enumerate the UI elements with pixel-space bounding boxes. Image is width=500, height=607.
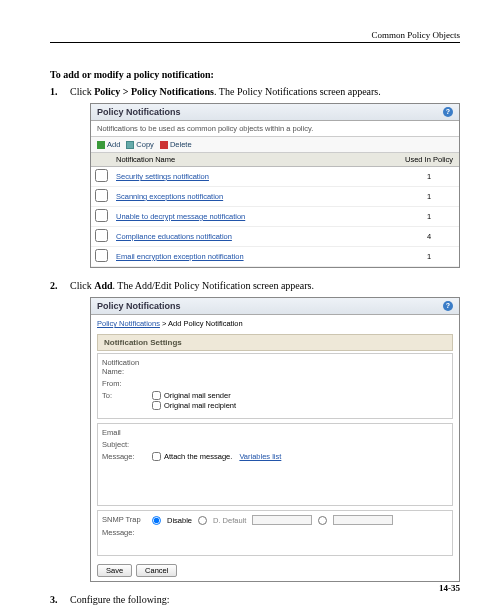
step-3: Configure the following: [50, 594, 460, 605]
notification-link[interactable]: Email encryption exception notification [112, 247, 399, 267]
table-row: Unable to decrypt message notification 1 [91, 207, 459, 227]
snmp-input[interactable] [333, 515, 393, 525]
cancel-button[interactable]: Cancel [136, 564, 177, 577]
row-checkbox[interactable] [95, 229, 108, 242]
label-message: Message: [102, 452, 152, 461]
table-row: Compliance educations notification 4 [91, 227, 459, 247]
label-name: Notification Name: [102, 358, 152, 376]
col-used: Used In Policy [399, 153, 459, 167]
panel-title: Policy Notifications ? [91, 104, 459, 121]
breadcrumb-current: Add Policy Notification [168, 319, 243, 328]
copy-button[interactable]: Copy [126, 140, 154, 149]
notification-settings-header: Notification Settings [97, 334, 453, 351]
help-icon[interactable]: ? [443, 301, 453, 311]
snmp-custom-radio[interactable] [318, 516, 327, 525]
label-email: Email [102, 428, 152, 437]
form-block-snmp: SNMP Trap Disable D. Default Message: [97, 510, 453, 556]
policy-notifications-panel: Policy Notifications ? Notifications to … [90, 103, 460, 268]
page-header: Common Policy Objects [50, 30, 460, 43]
variables-list-link[interactable]: Variables list [239, 452, 281, 461]
label-to: To: [102, 391, 152, 400]
delete-button[interactable]: Delete [160, 140, 192, 149]
save-button[interactable]: Save [97, 564, 132, 577]
instruction-list: Click Policy > Policy Notifications. The… [50, 86, 460, 605]
row-checkbox[interactable] [95, 209, 108, 222]
notification-link[interactable]: Compliance educations notification [112, 227, 399, 247]
delete-icon [160, 141, 168, 149]
step-1: Click Policy > Policy Notifications. The… [50, 86, 460, 268]
add-icon [97, 141, 105, 149]
panel-subtitle: Notifications to be used as common polic… [91, 121, 459, 136]
chapter-title: Common Policy Objects [372, 30, 461, 40]
row-checkbox[interactable] [95, 189, 108, 202]
help-icon[interactable]: ? [443, 107, 453, 117]
label-snmp: SNMP Trap [102, 515, 152, 524]
row-checkbox[interactable] [95, 169, 108, 182]
attach-message-checkbox[interactable] [152, 452, 161, 461]
notification-link[interactable]: Scanning exceptions notification [112, 187, 399, 207]
snmp-disable-radio[interactable] [152, 516, 161, 525]
label-from: From: [102, 379, 152, 388]
table-row: Email encryption exception notification … [91, 247, 459, 267]
form-block-email: Email Subject: Message: Attach the messa… [97, 423, 453, 506]
orig-recipient-checkbox[interactable] [152, 401, 161, 410]
breadcrumb-root[interactable]: Policy Notifications [97, 319, 160, 328]
button-row: Save Cancel [91, 560, 459, 581]
page-number: 14-35 [439, 583, 460, 593]
snmp-default-radio[interactable] [198, 516, 207, 525]
orig-sender-checkbox[interactable] [152, 391, 161, 400]
snmp-select[interactable] [252, 515, 312, 525]
row-checkbox[interactable] [95, 249, 108, 262]
add-notification-panel: Policy Notifications ? Policy Notificati… [90, 297, 460, 582]
copy-icon [126, 141, 134, 149]
label-snmp-message: Message: [102, 528, 152, 537]
notifications-table: Notification Name Used In Policy Securit… [91, 153, 459, 267]
section-heading: To add or modify a policy notification: [50, 69, 460, 80]
table-row: Scanning exceptions notification 1 [91, 187, 459, 207]
label-subject: Subject: [102, 440, 152, 449]
add-button[interactable]: Add [97, 140, 120, 149]
step-2: Click Add. The Add/Edit Policy Notificat… [50, 280, 460, 582]
notification-link[interactable]: Security settings notification [112, 167, 399, 187]
notification-link[interactable]: Unable to decrypt message notification [112, 207, 399, 227]
panel-title: Policy Notifications ? [91, 298, 459, 315]
table-row: Security settings notification 1 [91, 167, 459, 187]
toolbar: Add Copy Delete [91, 136, 459, 153]
breadcrumb: Policy Notifications > Add Policy Notifi… [91, 315, 459, 332]
col-name[interactable]: Notification Name [112, 153, 399, 167]
form-block-header: Notification Name: From: To: Original ma… [97, 353, 453, 419]
